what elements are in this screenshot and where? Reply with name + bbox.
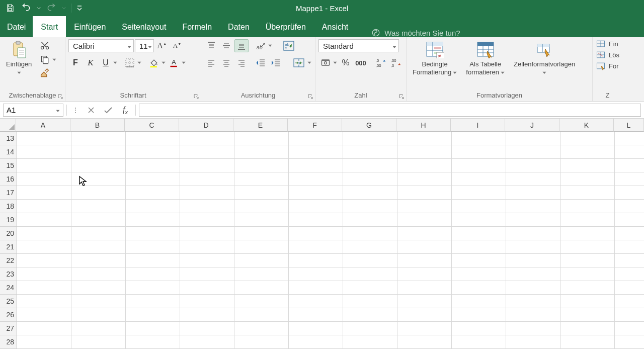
cell[interactable] <box>289 295 343 308</box>
cell[interactable] <box>615 254 644 267</box>
cell[interactable] <box>17 132 71 145</box>
customize-qat-button[interactable] <box>75 2 84 15</box>
cell[interactable] <box>17 308 71 322</box>
cell[interactable] <box>560 267 615 281</box>
row-header[interactable]: 18 <box>0 200 17 213</box>
cell[interactable] <box>17 145 71 159</box>
cell[interactable] <box>17 200 71 213</box>
column-header[interactable]: A <box>16 119 70 132</box>
column-header[interactable]: C <box>125 119 179 132</box>
cell[interactable] <box>506 132 560 145</box>
insert-cells-label[interactable]: Ein <box>609 40 618 48</box>
borders-button[interactable] <box>123 56 137 69</box>
cell[interactable] <box>615 172 644 186</box>
tab-formulas[interactable]: Formeln <box>174 16 220 37</box>
cell[interactable] <box>17 322 71 335</box>
align-right-button[interactable] <box>234 56 249 69</box>
tab-insert[interactable]: Einfügen <box>66 16 114 37</box>
font-color-dropdown[interactable] <box>181 56 186 69</box>
conditional-formatting-button[interactable]: ≠ Bedingte Formatierung <box>410 39 460 78</box>
cell[interactable] <box>17 186 71 200</box>
name-box[interactable]: A1 <box>3 104 63 117</box>
column-header[interactable]: J <box>505 119 559 132</box>
cell[interactable] <box>397 186 452 200</box>
tell-me-search[interactable]: Was möchten Sie tun? <box>371 28 460 37</box>
wrap-text-button[interactable]: abc <box>281 39 297 52</box>
cell[interactable] <box>506 145 560 159</box>
clipboard-dialog-launcher[interactable] <box>57 93 64 100</box>
cell[interactable] <box>397 254 452 267</box>
cell[interactable] <box>17 295 71 308</box>
cell[interactable] <box>126 254 180 267</box>
cell[interactable] <box>343 227 397 240</box>
cell[interactable] <box>452 213 506 227</box>
cell[interactable] <box>343 335 397 349</box>
tab-home[interactable]: Start <box>33 16 66 37</box>
cell[interactable] <box>17 281 71 295</box>
cell[interactable] <box>560 227 615 240</box>
cell[interactable] <box>397 335 452 349</box>
cell[interactable] <box>452 254 506 267</box>
cell[interactable] <box>615 186 644 200</box>
increase-font-button[interactable]: A▲ <box>155 39 169 52</box>
enter-formula-button[interactable] <box>101 104 115 117</box>
cell[interactable] <box>234 132 289 145</box>
tab-data[interactable]: Daten <box>220 16 258 37</box>
row-header[interactable]: 19 <box>0 213 17 227</box>
row-header[interactable]: 28 <box>0 335 17 349</box>
cell[interactable] <box>289 227 343 240</box>
cell[interactable] <box>397 145 452 159</box>
cell[interactable] <box>234 145 289 159</box>
cell[interactable] <box>126 159 180 172</box>
cell[interactable] <box>615 335 644 349</box>
cell[interactable] <box>17 254 71 267</box>
number-format-combo[interactable]: Standard <box>318 39 399 52</box>
cell[interactable] <box>615 213 644 227</box>
cell[interactable] <box>452 227 506 240</box>
cell[interactable] <box>343 132 397 145</box>
column-header[interactable]: B <box>70 119 125 132</box>
cell[interactable] <box>289 254 343 267</box>
cell[interactable] <box>452 308 506 322</box>
cell[interactable] <box>180 308 234 322</box>
cell[interactable] <box>126 322 180 335</box>
cell[interactable] <box>17 172 71 186</box>
cell[interactable] <box>126 227 180 240</box>
cell[interactable] <box>71 186 126 200</box>
cell[interactable] <box>506 267 560 281</box>
cell[interactable] <box>343 308 397 322</box>
cell[interactable] <box>560 295 615 308</box>
cell[interactable] <box>289 267 343 281</box>
cell[interactable] <box>126 281 180 295</box>
cell[interactable] <box>560 186 615 200</box>
cell[interactable] <box>343 213 397 227</box>
cell[interactable] <box>71 281 126 295</box>
cell[interactable] <box>615 145 644 159</box>
cell[interactable] <box>506 159 560 172</box>
increase-decimal-button[interactable]: ,0,00 <box>374 56 388 69</box>
cell[interactable] <box>560 322 615 335</box>
save-button[interactable] <box>3 2 17 15</box>
select-all-triangle[interactable] <box>0 119 16 132</box>
merge-center-button[interactable]: a <box>291 56 307 69</box>
cell[interactable] <box>180 186 234 200</box>
font-size-combo[interactable]: 11 <box>135 39 154 52</box>
cell[interactable] <box>343 186 397 200</box>
merge-dropdown[interactable] <box>307 56 312 69</box>
cell[interactable] <box>397 200 452 213</box>
cell[interactable] <box>180 281 234 295</box>
column-header[interactable]: L <box>614 119 644 132</box>
cell[interactable] <box>126 172 180 186</box>
cell[interactable] <box>615 240 644 254</box>
cell[interactable] <box>343 281 397 295</box>
cell[interactable] <box>452 145 506 159</box>
row-header[interactable]: 24 <box>0 281 17 295</box>
cell[interactable] <box>289 322 343 335</box>
cell[interactable] <box>397 308 452 322</box>
cell[interactable] <box>289 172 343 186</box>
cell[interactable] <box>71 254 126 267</box>
cell[interactable] <box>234 240 289 254</box>
cell[interactable] <box>615 295 644 308</box>
percent-button[interactable]: % <box>339 56 353 69</box>
cell[interactable] <box>126 200 180 213</box>
